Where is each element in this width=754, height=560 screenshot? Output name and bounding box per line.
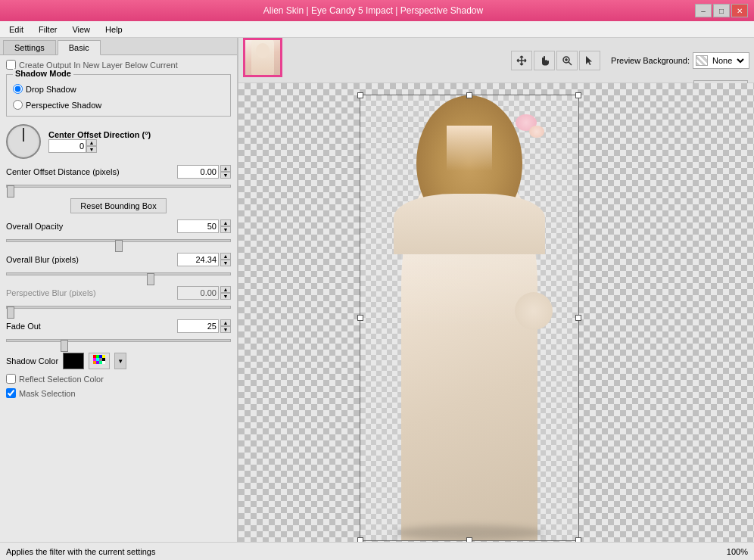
handle-top-right[interactable] xyxy=(575,92,581,98)
preview-background-label: Preview Background: xyxy=(611,56,690,65)
direction-spin-row: ▲ ▼ xyxy=(48,139,151,153)
svg-rect-3 xyxy=(102,355,105,358)
menu-edit[interactable]: Edit xyxy=(3,23,30,36)
color-grid-button[interactable] xyxy=(89,353,110,369)
status-bar: Applies the filter with the current sett… xyxy=(0,542,754,560)
perspective-shadow-radio[interactable] xyxy=(13,100,23,110)
distance-up-btn[interactable]: ▲ xyxy=(220,165,231,172)
handle-middle-left[interactable] xyxy=(357,315,363,321)
handle-middle-top[interactable] xyxy=(466,92,472,98)
pointer-tool-button[interactable] xyxy=(579,51,600,70)
opacity-down-btn[interactable]: ▼ xyxy=(220,226,231,233)
window-title: Alien Skin | Eye Candy 5 Impact | Perspe… xyxy=(51,5,695,16)
overall-opacity-label-row: Overall Opacity ▲ ▼ xyxy=(6,219,231,233)
zoom-level: 100% xyxy=(727,547,748,556)
blur-down-btn[interactable]: ▼ xyxy=(220,260,231,266)
overall-blur-input-row: ▲ ▼ xyxy=(177,253,231,266)
center-offset-distance-input[interactable] xyxy=(177,165,219,179)
overall-blur-input[interactable] xyxy=(177,253,219,266)
compass-arrow xyxy=(23,128,24,142)
fadeout-down-btn[interactable]: ▼ xyxy=(220,326,231,333)
direction-down-btn[interactable]: ▼ xyxy=(86,146,97,153)
menu-bar: Edit Filter View Help xyxy=(0,21,754,38)
selection-box xyxy=(360,95,579,541)
handle-top-left[interactable] xyxy=(357,92,363,98)
overall-opacity-slider[interactable] xyxy=(6,235,231,247)
direction-spinbox-buttons: ▲ ▼ xyxy=(86,139,97,153)
svg-rect-7 xyxy=(102,358,105,361)
handle-bottom-left[interactable] xyxy=(357,537,363,542)
title-bar: Alien Skin | Eye Candy 5 Impact | Perspe… xyxy=(0,0,754,21)
overall-opacity-label: Overall Opacity xyxy=(6,222,63,231)
perspective-blur-slider[interactable] xyxy=(6,301,231,313)
minimize-button[interactable]: – xyxy=(695,4,712,17)
blur-up-btn[interactable]: ▲ xyxy=(220,253,231,260)
drop-shadow-radio[interactable] xyxy=(13,84,23,94)
shadow-color-label: Shadow Color xyxy=(6,356,58,366)
mask-selection-label: Mask Selection xyxy=(19,389,76,398)
center-offset-distance-slider[interactable] xyxy=(6,180,231,192)
reflect-selection-checkbox[interactable] xyxy=(6,374,16,384)
shadow-color-swatch[interactable] xyxy=(63,353,84,369)
perspective-blur-label-row: Perspective Blur (pixels) ▲ ▼ xyxy=(6,286,231,300)
compass-widget[interactable] xyxy=(6,124,41,159)
mask-selection-checkbox[interactable] xyxy=(6,388,16,398)
fade-out-input-row: ▲ ▼ xyxy=(177,319,231,333)
fadeout-up-btn[interactable]: ▲ xyxy=(220,319,231,326)
fade-out-input[interactable] xyxy=(177,319,219,333)
window-controls: – □ ✕ xyxy=(695,4,748,17)
overall-blur-label: Overall Blur (pixels) xyxy=(6,255,79,264)
fade-out-label-row: Fade Out ▲ ▼ xyxy=(6,319,231,333)
fade-out-slider[interactable] xyxy=(6,334,231,347)
mask-selection-row: Mask Selection xyxy=(6,388,231,398)
handle-middle-bottom[interactable] xyxy=(466,537,472,542)
distance-spinbox-buttons: ▲ ▼ xyxy=(220,165,231,179)
overall-opacity-input[interactable] xyxy=(177,219,219,233)
main-container: Settings Basic Create Output In New Laye… xyxy=(0,38,754,542)
top-strip: Preview Background: None White Black xyxy=(238,38,754,83)
menu-view[interactable]: View xyxy=(66,23,96,36)
overall-blur-slider[interactable] xyxy=(6,268,231,280)
tab-settings[interactable]: Settings xyxy=(3,40,56,54)
svg-rect-5 xyxy=(96,358,99,361)
zoom-in-tool-button[interactable] xyxy=(556,51,578,70)
handle-middle-right[interactable] xyxy=(575,315,581,321)
direction-value-input[interactable] xyxy=(48,139,86,153)
svg-rect-0 xyxy=(93,355,96,358)
perspective-blur-up-btn[interactable]: ▲ xyxy=(220,286,231,293)
distance-down-btn[interactable]: ▼ xyxy=(220,172,231,179)
shadow-mode-label: Shadow Mode xyxy=(13,69,73,78)
preview-background-select[interactable]: None White Black xyxy=(709,55,746,66)
maximize-button[interactable]: □ xyxy=(713,4,730,17)
svg-rect-10 xyxy=(99,361,102,364)
close-button[interactable]: ✕ xyxy=(731,4,748,17)
svg-rect-1 xyxy=(96,355,99,358)
fade-out-label: Fade Out xyxy=(6,322,41,331)
perspective-blur-input[interactable] xyxy=(177,286,219,300)
perspective-blur-input-row: ▲ ▼ xyxy=(177,286,231,300)
tab-bar: Settings Basic xyxy=(0,38,237,55)
right-panel: Preview Background: None White Black OK … xyxy=(238,38,754,542)
color-dropdown-arrow[interactable]: ▼ xyxy=(114,353,126,369)
menu-help[interactable]: Help xyxy=(99,23,129,36)
subject-frame xyxy=(360,95,579,541)
opacity-up-btn[interactable]: ▲ xyxy=(220,219,231,226)
direction-up-btn[interactable]: ▲ xyxy=(86,139,97,146)
tab-basic[interactable]: Basic xyxy=(58,40,101,55)
hand-tool-button[interactable] xyxy=(534,51,555,70)
reset-bounding-box-button[interactable]: Reset Bounding Box xyxy=(70,198,166,213)
fade-out-section: Fade Out ▲ ▼ xyxy=(6,319,231,348)
perspective-blur-down-btn[interactable]: ▼ xyxy=(220,293,231,300)
drop-shadow-label: Drop Shadow xyxy=(26,85,76,94)
handle-bottom-right[interactable] xyxy=(575,537,581,542)
move-tool-button[interactable] xyxy=(511,51,532,70)
canvas-area xyxy=(238,83,754,542)
menu-filter[interactable]: Filter xyxy=(33,23,63,36)
overall-opacity-input-row: ▲ ▼ xyxy=(177,219,231,233)
direction-control: Center Offset Direction (°) ▲ ▼ xyxy=(6,124,231,159)
fadeout-spinbox-buttons: ▲ ▼ xyxy=(220,319,231,333)
svg-rect-8 xyxy=(93,361,96,364)
overall-opacity-section: Overall Opacity ▲ ▼ xyxy=(6,219,231,248)
thumbnail-preview[interactable] xyxy=(243,38,282,77)
perspective-shadow-row: Perspective Shadow xyxy=(13,100,224,110)
